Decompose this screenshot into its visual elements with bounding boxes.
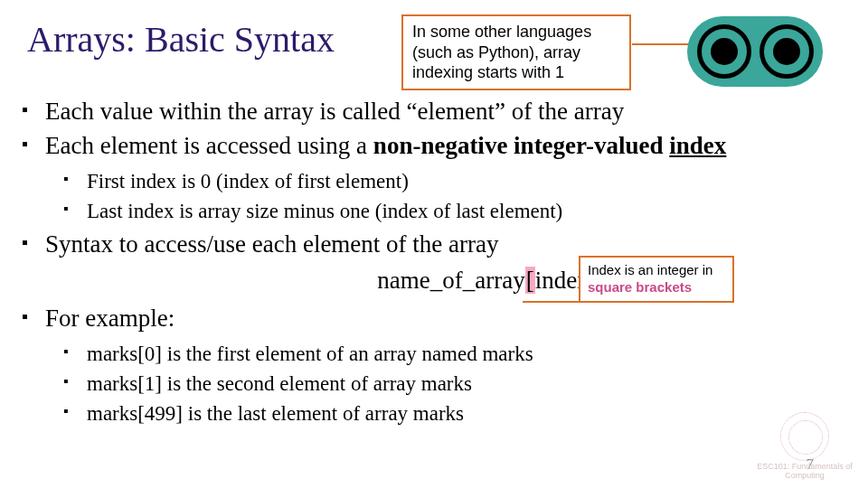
bullet-index-access: Each element is accessed using a non-neg… xyxy=(20,130,852,226)
eye-left-icon xyxy=(697,24,751,79)
sub-bullet-marks1: marks[1] is the second element of array … xyxy=(61,370,852,398)
sub-bullet-first-index: First index is 0 (index of first element… xyxy=(61,167,852,195)
sub-bullet-marks499: marks[499] is the last element of array … xyxy=(61,399,852,427)
sub-bullet-last-index: Last index is array size minus one (inde… xyxy=(61,197,852,225)
watermark-logo-icon xyxy=(780,412,829,461)
eye-right-icon xyxy=(760,24,814,79)
eyes-icon xyxy=(687,16,823,87)
slide-title: Arrays: Basic Syntax xyxy=(27,18,335,61)
bullet-element-def: Each value within the array is called “e… xyxy=(20,96,852,128)
callout-index-connector xyxy=(523,301,579,303)
callout-index: Index is an integer in square brackets xyxy=(579,256,734,303)
callout-languages: In some other languages (such as Python)… xyxy=(401,14,631,90)
watermark: ESC101: Fundamentals of Computing xyxy=(750,412,859,481)
bullet-for-example: For example: marks[0] is the first eleme… xyxy=(20,303,852,428)
sub-bullet-marks0: marks[0] is the first element of an arra… xyxy=(61,340,852,368)
watermark-text: ESC101: Fundamentals of Computing xyxy=(750,463,859,481)
